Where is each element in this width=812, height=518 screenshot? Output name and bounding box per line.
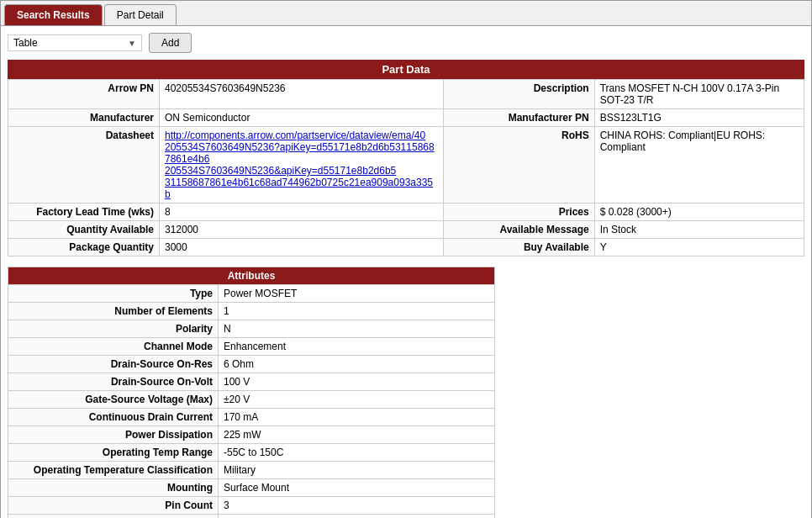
buy-available-label: Buy Available bbox=[443, 239, 594, 256]
rohs-label: RoHS bbox=[443, 127, 594, 204]
table-row: Factory Lead Time (wks) 8 Prices $ 0.028… bbox=[8, 204, 804, 221]
add-button[interactable]: Add bbox=[149, 33, 192, 53]
table-select[interactable]: Table ▼ bbox=[8, 34, 142, 51]
quantity-available-value: 312000 bbox=[160, 221, 444, 239]
table-row: Package Type SOT-23 bbox=[8, 515, 495, 519]
attr-value-9: -55C to 150C bbox=[219, 444, 495, 462]
attr-value-13: SOT-23 bbox=[219, 515, 495, 519]
attr-label-9: Operating Temp Range bbox=[8, 444, 219, 462]
factory-lead-time-label: Factory Lead Time (wks) bbox=[8, 204, 160, 221]
description-label: Description bbox=[443, 80, 594, 109]
available-message-value: In Stock bbox=[594, 221, 804, 239]
attr-value-5: 100 V bbox=[219, 373, 495, 391]
table-row: Operating Temperature Classification Mil… bbox=[8, 462, 495, 479]
table-row: Number of Elements 1 bbox=[8, 303, 495, 320]
attr-value-11: Surface Mount bbox=[219, 479, 495, 497]
attr-value-4: 6 Ohm bbox=[219, 356, 495, 373]
attributes-section: Attributes Type Power MOSFET Number of E… bbox=[8, 267, 804, 518]
manufacturer-value: ON Semiconductor bbox=[160, 109, 444, 127]
available-message-label: Available Message bbox=[443, 221, 594, 239]
factory-lead-time-value: 8 bbox=[160, 204, 444, 221]
main-container: Search Results Part Detail Table ▼ Add P… bbox=[0, 0, 812, 518]
table-row: Type Power MOSFET bbox=[8, 285, 495, 303]
attr-label-7: Continuous Drain Current bbox=[8, 409, 219, 426]
datasheet-link[interactable]: http://components.arrow.com/partservice/… bbox=[165, 130, 435, 200]
attr-label-2: Polarity bbox=[8, 320, 219, 338]
tab-search-results[interactable]: Search Results bbox=[4, 4, 103, 25]
attr-label-6: Gate-Source Voltage (Max) bbox=[8, 391, 219, 409]
part-data-table: Arrow PN 40205534S7603649N5236 Descripti… bbox=[8, 79, 804, 256]
prices-value: $ 0.028 (3000+) bbox=[594, 204, 804, 221]
manufacturer-label: Manufacturer bbox=[8, 109, 160, 127]
table-row: Drain-Source On-Volt 100 V bbox=[8, 373, 495, 391]
arrow-pn-label: Arrow PN bbox=[8, 80, 160, 109]
table-row: Quantity Available 312000 Available Mess… bbox=[8, 221, 804, 239]
attr-label-3: Channel Mode bbox=[8, 338, 219, 356]
attributes-header: Attributes bbox=[8, 267, 495, 285]
attr-label-8: Power Dissipation bbox=[8, 426, 219, 444]
manufacturer-pn-label: Manufacturer PN bbox=[443, 109, 594, 127]
attr-value-12: 3 bbox=[219, 497, 495, 515]
attr-value-1: 1 bbox=[219, 303, 495, 320]
attributes-table: Attributes Type Power MOSFET Number of E… bbox=[8, 267, 495, 518]
attr-value-7: 170 mA bbox=[219, 409, 495, 426]
part-data-section: Part Data Arrow PN 40205534S7603649N5236… bbox=[8, 60, 804, 256]
table-row: Continuous Drain Current 170 mA bbox=[8, 409, 495, 426]
attr-label-1: Number of Elements bbox=[8, 303, 219, 320]
quantity-available-label: Quantity Available bbox=[8, 221, 160, 239]
table-row: Mounting Surface Mount bbox=[8, 479, 495, 497]
datasheet-value[interactable]: http://components.arrow.com/partservice/… bbox=[160, 127, 444, 204]
package-quantity-value: 3000 bbox=[160, 239, 444, 256]
table-row: Power Dissipation 225 mW bbox=[8, 426, 495, 444]
package-quantity-label: Package Quantity bbox=[8, 239, 160, 256]
attr-label-4: Drain-Source On-Res bbox=[8, 356, 219, 373]
table-row: Operating Temp Range -55C to 150C bbox=[8, 444, 495, 462]
table-row: Channel Mode Enhancement bbox=[8, 338, 495, 356]
description-value: Trans MOSFET N-CH 100V 0.17A 3-Pin SOT-2… bbox=[594, 80, 804, 109]
attr-value-0: Power MOSFET bbox=[219, 285, 495, 303]
attr-value-8: 225 mW bbox=[219, 426, 495, 444]
toolbar-row: Table ▼ Add bbox=[8, 33, 804, 53]
attr-value-10: Military bbox=[219, 462, 495, 479]
attr-label-13: Package Type bbox=[8, 515, 219, 519]
arrow-pn-value: 40205534S7603649N5236 bbox=[160, 80, 444, 109]
tab-part-detail[interactable]: Part Detail bbox=[104, 4, 177, 25]
attr-label-11: Mounting bbox=[8, 479, 219, 497]
content-area: Table ▼ Add Part Data Arrow PN 40205534S… bbox=[1, 25, 811, 518]
prices-label: Prices bbox=[443, 204, 594, 221]
attr-label-0: Type bbox=[8, 285, 219, 303]
table-row: Drain-Source On-Res 6 Ohm bbox=[8, 356, 495, 373]
table-row: Package Quantity 3000 Buy Available Y bbox=[8, 239, 804, 256]
rohs-value: CHINA ROHS: Compliant|EU ROHS: Compliant bbox=[594, 127, 804, 204]
attr-label-5: Drain-Source On-Volt bbox=[8, 373, 219, 391]
part-data-header: Part Data bbox=[8, 60, 804, 79]
tabs-row: Search Results Part Detail bbox=[1, 1, 811, 25]
manufacturer-pn-value: BSS123LT1G bbox=[594, 109, 804, 127]
table-row: Arrow PN 40205534S7603649N5236 Descripti… bbox=[8, 80, 804, 109]
datasheet-label: Datasheet bbox=[8, 127, 160, 204]
attr-label-12: Pin Count bbox=[8, 497, 219, 515]
attr-value-6: ±20 V bbox=[219, 391, 495, 409]
attr-label-10: Operating Temperature Classification bbox=[8, 462, 219, 479]
table-row: Gate-Source Voltage (Max) ±20 V bbox=[8, 391, 495, 409]
table-row: Pin Count 3 bbox=[8, 497, 495, 515]
table-row: Manufacturer ON Semiconductor Manufactur… bbox=[8, 109, 804, 127]
table-row: Datasheet http://components.arrow.com/pa… bbox=[8, 127, 804, 204]
table-row: Polarity N bbox=[8, 320, 495, 338]
attr-value-2: N bbox=[219, 320, 495, 338]
dropdown-arrow-icon: ▼ bbox=[128, 39, 136, 48]
buy-available-value: Y bbox=[594, 239, 804, 256]
attr-value-3: Enhancement bbox=[219, 338, 495, 356]
